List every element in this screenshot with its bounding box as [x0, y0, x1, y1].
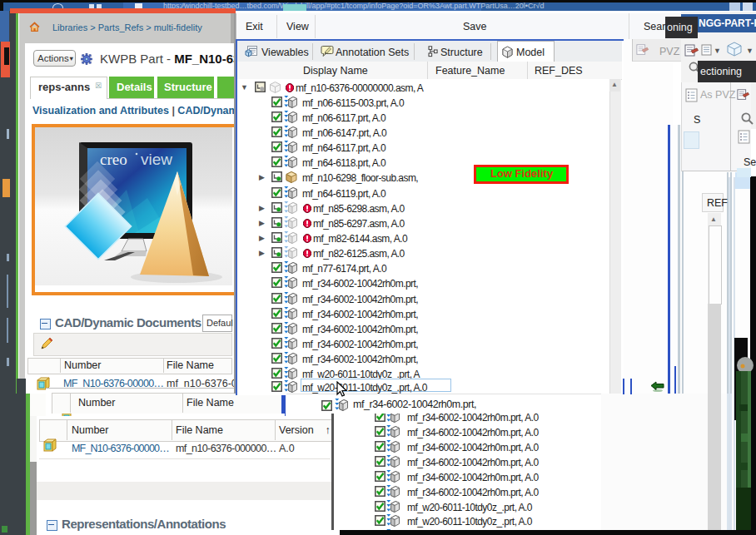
svg-text:creo: creo: [100, 151, 127, 168]
svg-text:view: view: [141, 151, 172, 168]
